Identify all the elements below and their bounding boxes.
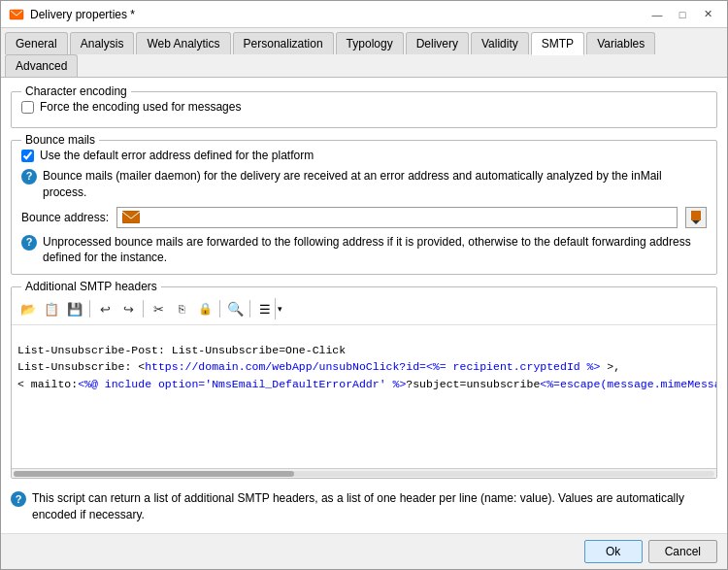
cancel-button[interactable]: Cancel: [648, 540, 717, 563]
force-encoding-row: Force the encoding used for messages: [21, 100, 707, 114]
character-encoding-section: Character encoding Force the encoding us…: [11, 91, 717, 128]
force-encoding-label: Force the encoding used for messages: [40, 100, 241, 114]
character-encoding-legend: Character encoding: [21, 84, 131, 98]
unprocessed-info-text: Unprocessed bounce mails are forwarded t…: [43, 234, 707, 267]
window-title: Delivery properties *: [30, 8, 645, 21]
bounce-address-input[interactable]: [141, 211, 673, 224]
tab-typology[interactable]: Typology: [336, 32, 404, 54]
toolbar-lock-btn[interactable]: 🔒: [194, 298, 215, 319]
bounce-info-text: Bounce mails (mailer daemon) for the del…: [43, 168, 707, 201]
window-icon: [9, 7, 24, 22]
toolbar-find-btn[interactable]: 🔍: [224, 298, 246, 319]
tab-web-analytics[interactable]: Web Analytics: [136, 32, 230, 54]
bounce-mails-section: Bounce mails Use the default error addre…: [11, 140, 717, 275]
email-icon: [121, 211, 141, 224]
toolbar-redo-btn[interactable]: ↪: [117, 298, 139, 319]
toolbar-sep-2: [143, 300, 144, 318]
delivery-properties-window: Delivery properties * — □ ✕ General Anal…: [0, 0, 728, 570]
force-encoding-checkbox[interactable]: [21, 101, 34, 114]
svg-rect-1: [122, 211, 140, 223]
bounce-address-label: Bounce address:: [21, 211, 109, 224]
tab-analysis[interactable]: Analysis: [70, 32, 135, 54]
smtp-bottom-info-text: This script can return a list of additio…: [32, 490, 717, 523]
smtp-code-editor[interactable]: List-Unsubscribe-Post: List-Unsubscribe=…: [12, 325, 716, 468]
unprocessed-info-icon: ?: [21, 235, 37, 251]
bounce-address-input-wrap: [116, 207, 678, 228]
window-controls: — □ ✕: [645, 5, 719, 24]
use-default-row: Use the default error address defined fo…: [21, 149, 707, 162]
maximize-button[interactable]: □: [671, 5, 694, 24]
toolbar-undo-btn[interactable]: ↩: [94, 298, 116, 319]
minimize-button[interactable]: —: [645, 5, 669, 24]
toolbar-sep-3: [219, 300, 220, 318]
svg-rect-2: [691, 211, 701, 220]
use-default-checkbox[interactable]: [21, 150, 34, 162]
smtp-bottom-info: ? This script can return a list of addit…: [11, 486, 717, 523]
toolbar-split-btn: ☰ ▾: [254, 297, 285, 320]
tab-smtp[interactable]: SMTP: [531, 32, 584, 55]
use-default-label: Use the default error address defined fo…: [40, 149, 314, 162]
tab-delivery[interactable]: Delivery: [406, 32, 469, 54]
bounce-info-icon: ?: [21, 169, 37, 184]
toolbar-split-arrow[interactable]: ▾: [275, 298, 284, 319]
toolbar-savelist-btn[interactable]: 📋: [41, 298, 62, 319]
toolbar-cut-btn[interactable]: ✂: [148, 298, 169, 319]
tab-validity[interactable]: Validity: [471, 32, 529, 54]
tab-general[interactable]: General: [5, 32, 68, 54]
svg-marker-3: [692, 220, 700, 224]
close-button[interactable]: ✕: [696, 5, 719, 24]
tab-personalization[interactable]: Personalization: [233, 32, 334, 54]
footer: Ok Cancel: [1, 533, 727, 569]
unprocessed-info-row: ? Unprocessed bounce mails are forwarded…: [21, 234, 707, 267]
tab-advanced[interactable]: Advanced: [5, 54, 78, 77]
smtp-headers-section: Additional SMTP headers 📂 📋 💾 ↩ ↪ ✂ ⎘ 🔒 …: [11, 286, 717, 479]
toolbar-open-btn[interactable]: 📂: [17, 298, 39, 319]
smtp-headers-legend: Additional SMTP headers: [21, 280, 161, 293]
toolbar-copy-btn[interactable]: ⎘: [171, 298, 192, 319]
smtp-scrollbar-track: [14, 471, 714, 477]
smtp-scrollbar-h[interactable]: [12, 468, 716, 478]
ok-button[interactable]: Ok: [584, 540, 643, 563]
bounce-address-dropdown-btn[interactable]: [685, 207, 707, 228]
main-content: Character encoding Force the encoding us…: [1, 78, 727, 533]
toolbar-split-main[interactable]: ☰: [255, 298, 275, 319]
tab-variables[interactable]: Variables: [586, 32, 655, 54]
tab-bar: General Analysis Web Analytics Personali…: [1, 28, 727, 78]
toolbar-sep-4: [249, 300, 250, 318]
smtp-bottom-info-icon: ?: [11, 491, 26, 507]
smtp-scrollbar-thumb: [14, 471, 294, 477]
toolbar-save-btn[interactable]: 💾: [64, 298, 85, 319]
title-bar: Delivery properties * — □ ✕: [1, 1, 727, 28]
bounce-info-row: ? Bounce mails (mailer daemon) for the d…: [21, 168, 707, 201]
bounce-mails-legend: Bounce mails: [21, 133, 99, 147]
toolbar-sep-1: [89, 300, 90, 318]
bounce-address-row: Bounce address:: [21, 207, 707, 228]
smtp-toolbar: 📂 📋 💾 ↩ ↪ ✂ ⎘ 🔒 🔍 ☰ ▾: [12, 293, 716, 325]
